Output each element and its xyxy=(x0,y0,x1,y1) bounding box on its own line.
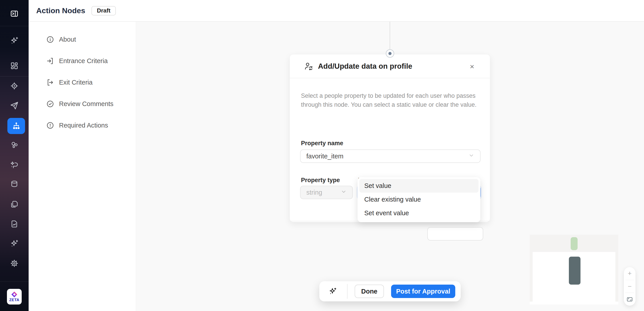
modal-title: Add/Update data on profile xyxy=(318,62,412,71)
sidebar-item-label: Required Actions xyxy=(59,122,108,129)
sidebar-item-label: Exit Criteria xyxy=(59,79,92,86)
sidebar-item-label: About xyxy=(59,36,76,43)
page-title: Action Nodes xyxy=(36,6,85,15)
exit-arrow-icon xyxy=(46,78,54,87)
canvas-action-bar: Done Post for Approval xyxy=(319,281,461,301)
minimap-node-green xyxy=(571,237,578,250)
alert-circle-icon xyxy=(46,121,54,130)
modal-description: Select a people property to be updated f… xyxy=(301,91,480,109)
minimap-node-current xyxy=(569,257,580,284)
sidebar-divider xyxy=(0,26,28,26)
action-bar-divider xyxy=(347,284,348,299)
sidebar-item-about[interactable]: About xyxy=(28,29,136,50)
page-header: Action Nodes Draft xyxy=(28,0,644,22)
primary-sidebar: ZETA xyxy=(0,0,28,311)
property-name-label: Property name xyxy=(301,140,343,147)
sidebar-item-label: Entrance Criteria xyxy=(59,57,108,65)
modal-header: Add/Update data on profile × xyxy=(290,54,490,78)
audience-circles-icon[interactable] xyxy=(10,141,19,149)
sidebar-item-required-actions[interactable]: Required Actions xyxy=(28,115,136,136)
check-circle-icon xyxy=(46,100,54,108)
zoom-in-button[interactable]: + xyxy=(624,267,636,280)
enter-arrow-icon xyxy=(46,57,54,65)
chevron-down-icon xyxy=(341,189,346,196)
zeta-logo[interactable]: ZETA xyxy=(7,289,22,304)
property-type-label: Property type xyxy=(301,177,340,184)
settings-gear-icon[interactable] xyxy=(10,259,19,268)
status-badge: Draft xyxy=(92,6,116,16)
ai-sparkle-action-icon[interactable] xyxy=(328,287,337,295)
fit-view-icon xyxy=(626,297,633,302)
sidebar-item-exit-criteria[interactable]: Exit Criteria xyxy=(28,72,136,93)
dropdown-option-set-value[interactable]: Set value xyxy=(359,179,478,193)
locate-target-icon[interactable] xyxy=(10,82,19,90)
property-name-select[interactable]: favorite_item xyxy=(300,149,480,163)
sidebar-divider xyxy=(0,76,28,77)
fit-view-button[interactable] xyxy=(624,293,636,306)
property-type-select[interactable]: string xyxy=(300,186,353,199)
zeta-logo-text: ZETA xyxy=(9,298,19,302)
save-button[interactable] xyxy=(427,227,483,240)
zeta-diamond-icon xyxy=(11,291,18,297)
sidebar-item-entrance-criteria[interactable]: Entrance Criteria xyxy=(28,50,136,72)
close-icon[interactable]: × xyxy=(467,62,477,71)
report-document-icon[interactable] xyxy=(10,219,19,228)
chevron-down-icon xyxy=(468,153,474,160)
handle-dot xyxy=(388,52,392,55)
info-circle-icon xyxy=(46,35,54,44)
database-icon[interactable] xyxy=(10,180,19,189)
ai-sparkle-icon[interactable] xyxy=(10,36,19,45)
zoom-out-button[interactable]: − xyxy=(624,280,636,293)
sidebar-item-label: Review Comments xyxy=(59,100,113,108)
panel-toggle-icon[interactable] xyxy=(10,9,19,18)
dashboard-grid-icon[interactable] xyxy=(10,61,19,70)
copy-pages-icon[interactable] xyxy=(10,200,19,209)
node-connector-handle[interactable] xyxy=(386,49,394,58)
sidebar-item-journeys-active[interactable] xyxy=(8,118,25,134)
sidebar-divider xyxy=(0,281,28,282)
send-plane-icon[interactable] xyxy=(10,101,19,110)
value-source-dropdown: Set value Clear existing value Set event… xyxy=(358,177,480,222)
flow-minimap[interactable] xyxy=(530,235,618,304)
sidebar-item-review-comments[interactable]: Review Comments xyxy=(28,93,136,115)
zoom-controls: + − xyxy=(624,267,636,306)
property-type-value: string xyxy=(306,189,322,196)
dropdown-option-set-event-value[interactable]: Set event value xyxy=(359,206,478,220)
done-button[interactable]: Done xyxy=(355,284,384,298)
flow-edge xyxy=(390,22,390,50)
post-for-approval-button[interactable]: Post for Approval xyxy=(391,284,455,298)
ai-sparkle-2-icon[interactable] xyxy=(10,239,19,248)
user-update-icon xyxy=(304,62,313,71)
secondary-sidebar: About Entrance Criteria Exit Criteria Re… xyxy=(28,22,136,311)
property-name-value: favorite_item xyxy=(306,153,344,160)
dropdown-option-clear-existing-value[interactable]: Clear existing value xyxy=(359,193,478,206)
ai-route-icon[interactable] xyxy=(10,160,19,169)
